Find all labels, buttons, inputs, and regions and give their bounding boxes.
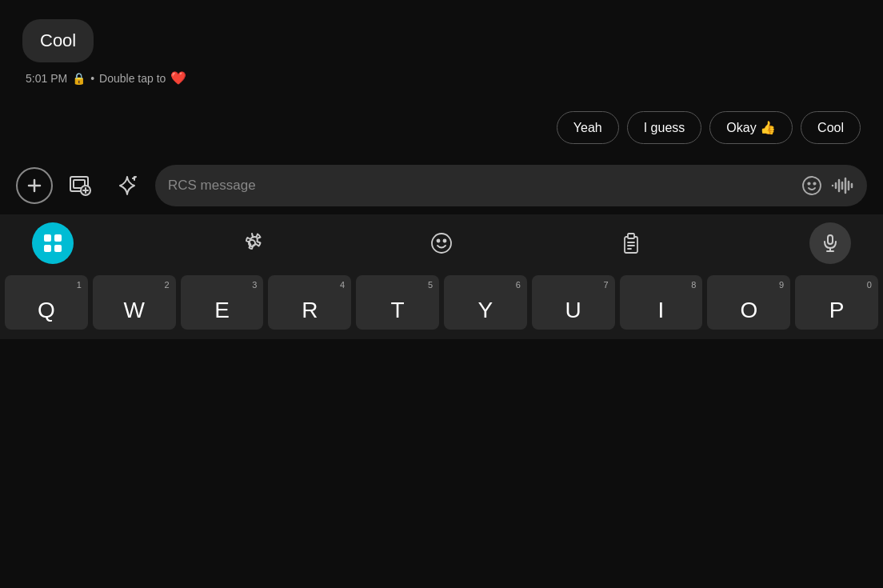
- heart-icon: ❤️: [170, 70, 186, 86]
- svg-rect-20: [54, 234, 62, 242]
- svg-point-10: [808, 182, 809, 184]
- svg-rect-22: [54, 245, 62, 252]
- emoji-icon: [801, 175, 822, 196]
- input-area: [0, 157, 883, 214]
- keyboard: 1 Q 2 W 3 E 4 R 5 T 6 Y 7 U 8 I: [0, 272, 883, 339]
- message-bubble: Cool: [22, 19, 94, 62]
- svg-rect-32: [828, 235, 833, 244]
- svg-point-26: [444, 240, 446, 242]
- message-area: Cool 5:01 PM 🔒 • Double tap to ❤️: [0, 0, 883, 98]
- quick-reply-cool[interactable]: Cool: [801, 111, 861, 144]
- key-p[interactable]: 0 P: [795, 275, 878, 330]
- svg-point-11: [813, 182, 815, 184]
- clipboard-button[interactable]: [620, 232, 642, 254]
- emoji-toolbar-button[interactable]: [430, 232, 453, 254]
- keyboard-toolbar: [0, 214, 883, 272]
- svg-point-25: [438, 240, 440, 242]
- lock-icon: 🔒: [72, 72, 86, 85]
- key-u[interactable]: 7 U: [532, 275, 615, 330]
- key-y[interactable]: 6 Y: [444, 275, 527, 330]
- key-r[interactable]: 4 R: [268, 275, 351, 330]
- settings-button[interactable]: [241, 232, 263, 254]
- key-i[interactable]: 8 I: [620, 275, 703, 330]
- quick-reply-okay[interactable]: Okay 👍: [709, 111, 793, 144]
- microphone-button[interactable]: [809, 222, 851, 264]
- waveform-icon: [830, 175, 854, 196]
- key-w[interactable]: 2 W: [93, 275, 176, 330]
- clipboard-icon: [620, 232, 642, 254]
- sparkle-icon: [115, 174, 139, 198]
- quick-reply-yeah[interactable]: Yeah: [557, 111, 619, 144]
- svg-rect-27: [625, 237, 637, 253]
- key-o[interactable]: 9 O: [707, 275, 790, 330]
- svg-point-24: [432, 234, 451, 253]
- keyboard-row-1: 1 Q 2 W 3 E 4 R 5 T 6 Y 7 U 8 I: [5, 275, 878, 330]
- message-input-wrapper: [155, 165, 867, 206]
- message-time: 5:01 PM: [26, 72, 67, 85]
- emoji-toolbar-icon: [430, 232, 453, 254]
- plus-icon: [25, 176, 44, 195]
- double-tap-text: Double tap to: [99, 72, 166, 85]
- svg-rect-19: [44, 234, 51, 242]
- ai-button[interactable]: [109, 167, 146, 204]
- message-input[interactable]: [168, 178, 793, 194]
- mic-icon: [821, 234, 840, 253]
- add-attachment-button[interactable]: [16, 167, 53, 204]
- key-q[interactable]: 1 Q: [5, 275, 88, 330]
- key-t[interactable]: 5 T: [356, 275, 439, 330]
- quick-replies-container: Yeah I guess Okay 👍 Cool: [0, 98, 883, 157]
- message-meta: 5:01 PM 🔒 • Double tap to ❤️: [22, 70, 861, 86]
- svg-rect-28: [628, 234, 634, 238]
- key-e[interactable]: 3 E: [181, 275, 264, 330]
- meta-separator: •: [90, 72, 94, 85]
- gear-icon: [241, 232, 263, 254]
- gallery-button[interactable]: [62, 167, 99, 204]
- svg-point-9: [803, 177, 821, 194]
- apps-icon: [42, 232, 64, 254]
- svg-rect-21: [44, 245, 51, 252]
- gallery-icon: [68, 173, 94, 198]
- emoji-button[interactable]: [801, 175, 822, 196]
- apps-button[interactable]: [32, 222, 74, 264]
- audio-waveform-button[interactable]: [830, 175, 854, 196]
- quick-reply-iguess[interactable]: I guess: [627, 111, 702, 144]
